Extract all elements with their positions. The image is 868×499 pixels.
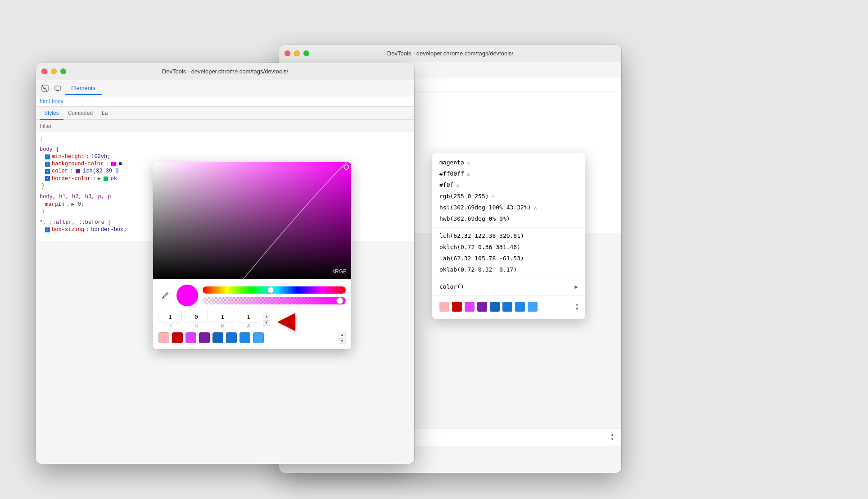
css-selector-semicolon: ; [40, 136, 43, 142]
swatch-spinner[interactable]: ▲ ▼ [610, 433, 614, 441]
dropdown-item-oklch[interactable]: oklch(0.72 0.36 331.46) [432, 241, 585, 253]
g-field: G [185, 311, 208, 328]
css-rule-semicolon: ; [40, 136, 411, 142]
checkbox-color[interactable] [45, 169, 50, 174]
filter-input[interactable] [40, 123, 411, 129]
tab-computed[interactable]: Computed [63, 107, 97, 120]
swatch-1[interactable] [158, 332, 169, 343]
spinner-controls[interactable]: ▲ ▼ [263, 314, 270, 326]
dd-swatch-8[interactable] [528, 302, 538, 312]
dd-swatch-3[interactable] [465, 302, 475, 312]
maximize-button-front[interactable] [60, 68, 66, 74]
color-spectrum[interactable]: sRGB [153, 162, 351, 279]
dropdown-item-hwb[interactable]: hwb(302.69deg 0% 0%) [432, 213, 585, 224]
g-label: G [194, 323, 198, 328]
checkbox-border[interactable] [45, 176, 50, 181]
checkbox-minheight[interactable] [45, 154, 50, 159]
close-button-back[interactable] [285, 50, 290, 56]
checkbox-boxsizing[interactable] [45, 227, 50, 232]
dd-swatch-2[interactable] [452, 302, 462, 312]
breadcrumb-html[interactable]: html [40, 98, 50, 104]
dropdown-item-hsl[interactable]: hsl(302.69deg 100% 43.32%) ⚠ [432, 202, 585, 213]
styles-tabs-bar: Styles Computed La [36, 107, 414, 120]
border-swatch[interactable] [104, 177, 108, 181]
dd-swatch-7[interactable] [515, 302, 525, 312]
maximize-button-back[interactable] [303, 50, 309, 56]
dropdown-item-oklab[interactable]: oklab(0.72 0.32 -0.17) [432, 264, 585, 275]
spectrum-cursor[interactable] [344, 164, 349, 170]
swatch-7[interactable] [240, 332, 250, 343]
item-label: #f0f [439, 181, 453, 188]
swatch-8[interactable] [253, 332, 264, 343]
swatch-2[interactable] [172, 332, 183, 343]
dropdown-swatches-row: ▲ ▼ [432, 298, 585, 315]
item-label: hsl(302.69deg 100% 43.32%) [439, 204, 531, 211]
expand-border[interactable]: ▶ [98, 175, 101, 182]
colon-border: : [92, 176, 95, 182]
r-field: R [158, 311, 182, 328]
elements-tab-front[interactable]: Elements [65, 82, 102, 95]
hue-slider[interactable] [203, 286, 346, 294]
a-field: A [237, 311, 260, 328]
dropdown-item-lch[interactable]: lch(62.32 122.38 329.81) [432, 230, 585, 241]
color-preview-circle [176, 285, 198, 306]
eyedropper-button[interactable] [158, 289, 172, 302]
toolbar-front: Elements [36, 80, 414, 96]
color-swatch[interactable] [76, 169, 80, 173]
a-input[interactable] [237, 311, 260, 322]
checkbox-bgcolor[interactable] [45, 162, 50, 167]
dropdown-item-f0f[interactable]: #f0f ⚠ [432, 179, 585, 191]
item-label: magenta [439, 159, 464, 166]
swatch-4[interactable] [199, 332, 210, 343]
swatch-spinner-up[interactable]: ▲ [339, 332, 346, 337]
bgcolor-swatch[interactable] [111, 162, 116, 166]
tab-la[interactable]: La [97, 107, 112, 120]
colon-bgcolor: : [105, 161, 108, 167]
spinner-up[interactable]: ▲ [263, 314, 270, 319]
alpha-thumb[interactable] [336, 297, 344, 304]
g-input[interactable] [185, 311, 208, 322]
traffic-lights-front [41, 68, 66, 74]
prop-minheight: min-height [52, 154, 84, 160]
expand-margin[interactable]: ▶ 0; [71, 201, 84, 208]
prop-boxsizing: box-sizing [52, 227, 84, 233]
tab-styles[interactable]: Styles [40, 107, 63, 120]
dropdown-divider-3 [432, 295, 585, 295]
minimize-button-back[interactable] [294, 50, 300, 56]
value-bgcolor: ■ [118, 161, 122, 167]
swatch-3[interactable] [185, 332, 196, 343]
spinner-down[interactable]: ▼ [263, 320, 270, 326]
r-input[interactable] [158, 311, 182, 322]
dd-swatch-4[interactable] [477, 302, 487, 312]
dd-spinner[interactable]: ▲ ▼ [576, 303, 578, 311]
dropdown-item-ff00ff[interactable]: #ff00ff ⚠ [432, 168, 585, 179]
value-boxsizing: border-box; [91, 227, 127, 233]
minimize-button-front[interactable] [51, 68, 57, 74]
dropdown-item-magenta[interactable]: magenta ⚠ [432, 157, 585, 168]
item-label: hwb(302.69deg 0% 0%) [439, 215, 510, 222]
close-button-front[interactable] [41, 68, 47, 74]
rgba-inputs: R G B A ▲ ▼ [158, 311, 346, 328]
a-label: A [247, 323, 250, 328]
b-input[interactable] [211, 311, 234, 322]
inspector-icon[interactable] [40, 83, 50, 94]
item-label: oklab(0.72 0.32 -0.17) [439, 266, 517, 273]
item-label: lch(62.32 122.38 329.81) [439, 232, 524, 239]
dd-swatch-5[interactable] [490, 302, 500, 312]
dropdown-divider-2 [432, 278, 585, 278]
swatch-spinner-down[interactable]: ▼ [339, 338, 346, 344]
dd-swatch-1[interactable] [439, 302, 449, 312]
dropdown-item-color[interactable]: color() ▶ [432, 281, 585, 292]
dropdown-item-rgb[interactable]: rgb(255 0 255) ⚠ [432, 191, 585, 202]
alpha-slider[interactable] [203, 297, 346, 304]
swatch-6[interactable] [226, 332, 237, 343]
device-toolbar-icon[interactable] [52, 83, 63, 94]
item-label: rgb(255 0 255) [439, 193, 489, 200]
swatch-5[interactable] [212, 332, 223, 343]
swatch-spinner[interactable]: ▲ ▼ [339, 332, 346, 344]
dropdown-item-lab[interactable]: lab(62.32 105.78 -61.53) [432, 253, 585, 264]
hue-thumb[interactable] [267, 286, 274, 294]
prop-margin: margin [45, 201, 64, 208]
dd-swatch-6[interactable] [502, 302, 512, 312]
breadcrumb-body[interactable]: body [52, 98, 63, 104]
